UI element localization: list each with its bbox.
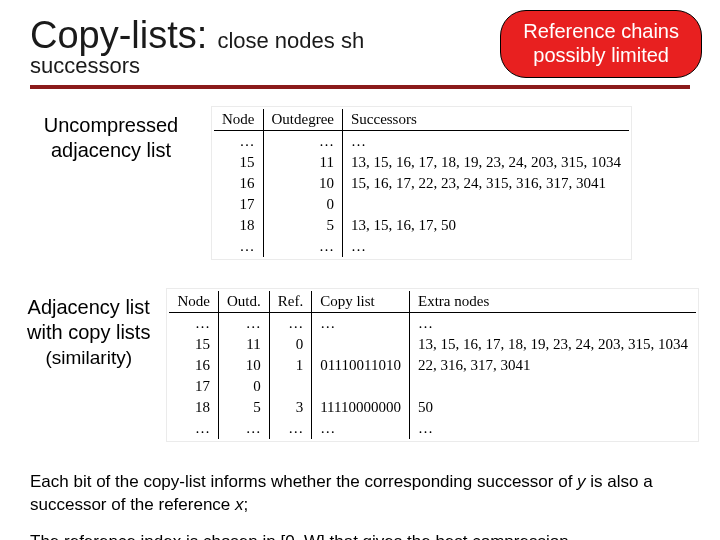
cell-out: 11 <box>218 334 269 355</box>
table-header-row: Node Outd. Ref. Copy list Extra nodes <box>169 291 696 313</box>
cell-succ: 13, 15, 16, 17, 50 <box>342 215 629 236</box>
cell-node: 16 <box>169 355 218 376</box>
label-similarity: (similarity) <box>45 347 132 368</box>
cell-out: 5 <box>263 215 342 236</box>
cell-succ <box>342 194 629 215</box>
cell-extra: 22, 316, 317, 3041 <box>410 355 697 376</box>
cell-copy: … <box>312 313 410 335</box>
cell-ref: … <box>269 313 311 335</box>
table-row: 161015, 16, 17, 22, 23, 24, 315, 316, 31… <box>214 173 629 194</box>
cell-node: 16 <box>214 173 263 194</box>
table-row: 1511013, 15, 16, 17, 18, 19, 23, 24, 203… <box>169 334 696 355</box>
callout-badge: Reference chains possibly limited <box>500 10 702 78</box>
table-header-row: Node Outdegree Successors <box>214 109 629 131</box>
cell-node: … <box>169 313 218 335</box>
callout-line1: Reference chains <box>523 19 679 43</box>
cell-out: 11 <box>263 152 342 173</box>
table-row: ……… <box>214 236 629 257</box>
cell-copy <box>312 334 410 355</box>
table-row: ……… <box>214 131 629 153</box>
col-node: Node <box>214 109 263 131</box>
cell-ref <box>269 376 311 397</box>
col-ref: Ref. <box>269 291 311 313</box>
cell-copy: 01110011010 <box>312 355 410 376</box>
cell-node: … <box>169 418 218 439</box>
title-continuation: close nodes sh <box>217 28 364 54</box>
cell-ref: 1 <box>269 355 311 376</box>
table-copylists: Node Outd. Ref. Copy list Extra nodes ……… <box>167 289 698 441</box>
table-row: 18513, 15, 16, 17, 50 <box>214 215 629 236</box>
table-row: 151113, 15, 16, 17, 18, 19, 23, 24, 203,… <box>214 152 629 173</box>
col-outd: Outd. <box>218 291 269 313</box>
callout-line2: possibly limited <box>523 43 679 67</box>
cell-extra: 13, 15, 16, 17, 18, 19, 23, 24, 203, 315… <box>410 334 697 355</box>
cell-extra <box>410 376 697 397</box>
cell-succ: … <box>342 236 629 257</box>
table-uncompressed: Node Outdegree Successors ………151113, 15,… <box>212 107 631 259</box>
cell-node: 18 <box>169 397 218 418</box>
cell-ref: 0 <box>269 334 311 355</box>
explanation-p1: Each bit of the copy-list informs whethe… <box>30 471 690 517</box>
cell-extra: … <box>410 418 697 439</box>
cell-node: … <box>214 131 263 153</box>
cell-node: 17 <box>169 376 218 397</box>
col-node: Node <box>169 291 218 313</box>
cell-succ: 13, 15, 16, 17, 18, 19, 23, 24, 203, 315… <box>342 152 629 173</box>
cell-ref: … <box>269 418 311 439</box>
cell-out: 5 <box>218 397 269 418</box>
cell-node: 15 <box>214 152 263 173</box>
cell-out: … <box>218 313 269 335</box>
cell-ref: 3 <box>269 397 311 418</box>
cell-out: … <box>263 131 342 153</box>
cell-copy: … <box>312 418 410 439</box>
col-extra: Extra nodes <box>410 291 697 313</box>
cell-out: … <box>218 418 269 439</box>
label-copylists: Adjacency list with copy lists (similari… <box>22 289 155 370</box>
cell-node: … <box>214 236 263 257</box>
table-row: 18531111000000050 <box>169 397 696 418</box>
table-row: 170 <box>214 194 629 215</box>
cell-extra: 50 <box>410 397 697 418</box>
cell-extra: … <box>410 313 697 335</box>
cell-succ: 15, 16, 17, 22, 23, 24, 315, 316, 317, 3… <box>342 173 629 194</box>
table-row: 170 <box>169 376 696 397</box>
cell-out: 0 <box>263 194 342 215</box>
cell-out: 0 <box>218 376 269 397</box>
table-row: …………… <box>169 418 696 439</box>
col-outdegree: Outdegree <box>263 109 342 131</box>
cell-node: 15 <box>169 334 218 355</box>
section-copylists: Adjacency list with copy lists (similari… <box>22 289 698 441</box>
cell-out: … <box>263 236 342 257</box>
section-uncompressed: Uncompressed adjacency list Node Outdegr… <box>22 107 698 259</box>
title-main: Copy-lists: <box>30 14 207 57</box>
col-copylist: Copy list <box>312 291 410 313</box>
label-uncompressed: Uncompressed adjacency list <box>22 107 200 163</box>
cell-node: 17 <box>214 194 263 215</box>
cell-node: 18 <box>214 215 263 236</box>
table-row: 161010111001101022, 316, 317, 3041 <box>169 355 696 376</box>
cell-out: 10 <box>218 355 269 376</box>
cell-succ: … <box>342 131 629 153</box>
cell-out: 10 <box>263 173 342 194</box>
col-successors: Successors <box>342 109 629 131</box>
cell-copy <box>312 376 410 397</box>
table-row: …………… <box>169 313 696 335</box>
cell-copy: 11110000000 <box>312 397 410 418</box>
explanation-p2: The reference index is chosen in [0, W] … <box>30 531 690 540</box>
explanation-text: Each bit of the copy-list informs whethe… <box>22 471 698 540</box>
